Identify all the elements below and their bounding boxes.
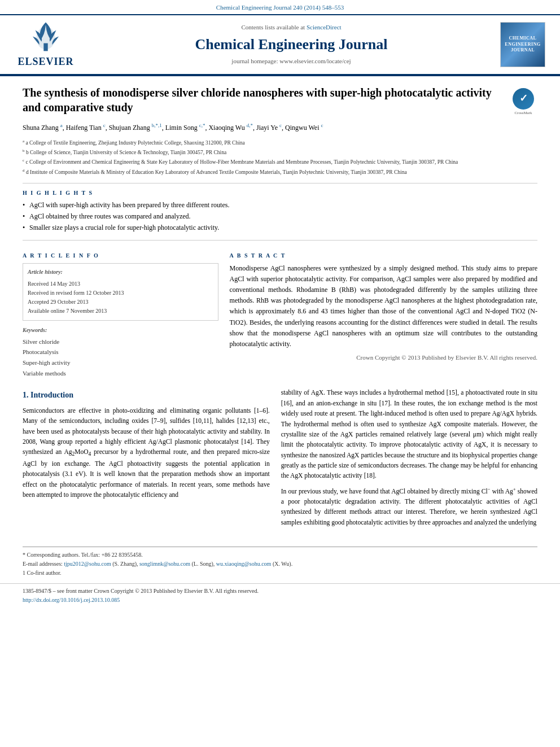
article-history-box: Article history: Received 14 May 2013 Re… (23, 263, 218, 321)
article-info-header: A R T I C L E I N F O (23, 252, 218, 260)
email-link-1[interactable]: tjpu2012@sohu.com (64, 561, 111, 567)
intro-right-text: stability of AgX. These ways includes a … (281, 387, 537, 527)
journal-homepage: journal homepage: www.elsevier.com/locat… (88, 57, 495, 65)
email-link-2[interactable]: songlimnk@sohu.com (139, 561, 190, 567)
keyword-2: Photocatalysis (23, 347, 218, 357)
keywords-section: Keywords: Silver chloride Photocatalysis… (23, 326, 218, 379)
crossmark-label: CrossMark (514, 111, 532, 116)
available-online-date: Available online 7 November 2013 (28, 307, 213, 316)
doi-link: http://dx.doi.org/10.1016/j.cej.2013.10.… (23, 596, 537, 604)
email-addresses: E-mail addresses: tjpu2012@sohu.com (S. … (23, 560, 537, 569)
highlight-item-3: Smaller size plays a crucial role for su… (23, 223, 537, 233)
sciencedirect-link[interactable]: ScienceDirect (307, 24, 342, 30)
affiliation-a: a a College of Textile Engineering, Zhej… (23, 138, 537, 147)
authors-section: Shuna Zhang a, Haifeng Tian c, Shujuan Z… (23, 121, 537, 133)
keywords-title: Keywords: (23, 326, 218, 334)
highlight-item-2: AgCl obtained by three routes was compar… (23, 212, 537, 221)
keyword-3: Super-high activity (23, 357, 218, 368)
article-title: The synthesis of monodisperse silver chl… (23, 85, 509, 115)
article-content: The synthesis of monodisperse silver chl… (0, 76, 560, 388)
article-info-column: A R T I C L E I N F O Article history: R… (23, 246, 218, 379)
highlights-header: H I G H L I G H T S (23, 189, 537, 197)
main-body: 1. Introduction Semiconductors are effec… (0, 387, 560, 541)
keyword-4: Variable methods (23, 368, 218, 379)
copyright-line: Crown Copyright © 2013 Published by Else… (230, 353, 537, 363)
sciencedirect-notice: Contents lists available at ScienceDirec… (88, 23, 495, 32)
body-left-column: 1. Introduction Semiconductors are effec… (23, 387, 270, 532)
abstract-text: Monodisperse AgCl nanospheres were synth… (230, 263, 537, 363)
accepted-date: Accepted 29 October 2013 (28, 298, 213, 307)
elsevier-logo-section: ELSEVIER (9, 20, 82, 69)
highlights-section: H I G H L I G H T S AgCl with super-high… (23, 189, 537, 240)
article-info-abstract: A R T I C L E I N F O Article history: R… (23, 246, 537, 379)
footnotes-section: * Corresponding authors. Tel./fax: +86 2… (23, 547, 537, 578)
journal-title-section: Contents lists available at ScienceDirec… (88, 23, 495, 65)
affiliation-b: b b College of Science, Tianjin Universi… (23, 148, 537, 156)
highlight-item-1: AgCl with super-high activity has been p… (23, 200, 537, 210)
abstract-header: A B S T R A C T (230, 252, 537, 260)
elsevier-logo: ELSEVIER (9, 20, 82, 69)
doi-url[interactable]: http://dx.doi.org/10.1016/j.cej.2013.10.… (23, 597, 120, 603)
elsevier-brand: ELSEVIER (18, 55, 73, 69)
corresponding-author-note: * Corresponding authors. Tel./fax: +86 2… (23, 551, 537, 560)
keyword-1: Silver chloride (23, 337, 218, 347)
svg-point-1 (36, 27, 55, 50)
received-date: Received 14 May 2013 (28, 279, 213, 289)
intro-paragraph-1: Semiconductors are effective in photo-ox… (23, 405, 270, 500)
crossmark-icon: ✓ (513, 88, 534, 110)
journal-ref-text: Chemical Engineering Journal 240 (2014) … (216, 4, 344, 11)
intro-paragraph-3: In our previous study, we have found tha… (281, 486, 537, 527)
affiliation-c: c c College of Environment and Chemical … (23, 158, 537, 166)
issn-notice: 1385-8947/$ – see front matter Crown Cop… (23, 587, 537, 595)
co-first-author-note: 1 Co-first author. (23, 569, 537, 578)
bottom-bar: 1385-8947/$ – see front matter Crown Cop… (0, 583, 560, 608)
journal-title: Chemical Engineering Journal (88, 34, 495, 55)
intro-left-text: Semiconductors are effective in photo-ox… (23, 405, 270, 500)
abstract-column: A B S T R A C T Monodisperse AgCl nanosp… (230, 246, 537, 379)
received-revised-date: Received in revised form 12 October 2013 (28, 289, 213, 298)
body-right-column: stability of AgX. These ways includes a … (281, 387, 537, 532)
affiliation-d: d d Institute of Composite Materials & M… (23, 168, 537, 176)
intro-paragraph-2: stability of AgX. These ways includes a … (281, 387, 537, 481)
journal-reference: Chemical Engineering Journal 240 (2014) … (0, 0, 560, 14)
crossmark-section: ✓ CrossMark (509, 88, 537, 116)
journal-cover-image: CHEMICALENGINEERINGJOURNAL (500, 22, 551, 67)
journal-header: ELSEVIER Contents lists available at Sci… (0, 14, 560, 74)
abstract-paragraph: Monodisperse AgCl nanospheres were synth… (230, 263, 537, 350)
email-link-3[interactable]: wu.xiaoqing@sohu.com (216, 561, 272, 567)
synthesized-word: synthesized (490, 508, 520, 515)
title-section: The synthesis of monodisperse silver chl… (23, 85, 537, 116)
journal-cover: CHEMICALENGINEERINGJOURNAL (500, 22, 545, 67)
history-title: Article history: (28, 268, 213, 276)
elsevier-tree-icon (23, 20, 68, 54)
affiliations-section: a a College of Textile Engineering, Zhej… (23, 138, 537, 184)
intro-section-title: 1. Introduction (23, 390, 270, 401)
